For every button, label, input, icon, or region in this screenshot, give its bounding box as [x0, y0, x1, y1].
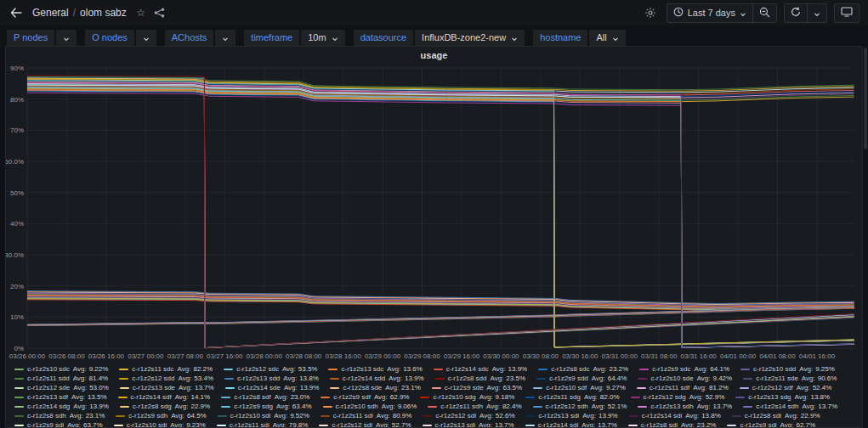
legend-item[interactable]: c-r1z2s12 sdcAvg:53.5%	[224, 364, 317, 374]
dashboard-settings-button[interactable]	[641, 3, 660, 22]
legend-item[interactable]: c-r1z2s9 sddAvg:64.4%	[536, 374, 627, 383]
legend-item[interactable]: c-r1z2s13 sdcAvg:13.6%	[328, 364, 422, 374]
legend-item[interactable]: c-r1z2s10 sdjAvg:9.23%	[114, 420, 206, 427]
variable-hostname-value[interactable]: All	[589, 30, 625, 46]
legend-item[interactable]: c-r1z2s8 sddAvg:23.5%	[435, 374, 525, 383]
breadcrumb-folder[interactable]: General	[32, 7, 69, 19]
refresh-interval-picker[interactable]	[807, 4, 826, 22]
legend-item[interactable]: c-r1z2s13 sdjAvg:13.7%	[423, 420, 514, 427]
zoom-out-time-button[interactable]	[752, 4, 776, 22]
variable-achosts-dropdown[interactable]	[215, 30, 235, 46]
kiosk-mode-button[interactable]	[834, 3, 859, 23]
legend-item[interactable]: c-r1z2s10 sdcAvg:9.22%	[14, 364, 108, 374]
avg-label: Avg:	[697, 402, 711, 411]
avg-value: 64.5%	[187, 411, 207, 420]
dashboard-title[interactable]: olom sabz	[80, 7, 127, 19]
legend-item[interactable]: c-r1z2s13 sdeAvg:13.7%	[120, 383, 214, 392]
legend-item[interactable]: c-r1z2s13 sdhAvg:13.7%	[638, 402, 732, 411]
avg-label: Avg:	[582, 420, 595, 427]
legend-item[interactable]: c-r1z2s8 sdeAvg:23.1%	[330, 383, 420, 392]
legend-item[interactable]: c-r1z2s12 sddAvg:53.4%	[119, 374, 213, 383]
usage-chart[interactable]: 03/26 00:0003/26 08:0003/26 16:0003/27 0…	[6, 64, 862, 363]
legend-item[interactable]: c-r1z2s12 sdeAvg:53.0%	[14, 383, 109, 392]
back-button[interactable]	[7, 3, 26, 22]
legend-item[interactable]: c-r1z2s11 sdfAvg:81.2%	[637, 383, 729, 392]
legend-item[interactable]: c-r1z2s10 sdfAvg:9.27%	[533, 383, 626, 392]
legend-item[interactable]: c-r1z2s8 sdgAvg:22.9%	[120, 402, 210, 411]
legend-item[interactable]: c-r1z2s14 sdgAvg:13.9%	[14, 402, 109, 411]
avg-label: Avg:	[592, 402, 605, 411]
avg-label: Avg:	[170, 420, 184, 427]
legend-item[interactable]: c-r1z2s11 sdiAvg:80.9%	[321, 411, 412, 420]
legend-item[interactable]: c-r1z2s9 sdeAvg:63.5%	[432, 383, 522, 392]
legend-item[interactable]: c-r1z2s14 sdiAvg:13.8%	[629, 411, 721, 420]
legend-item[interactable]: c-r1z2s13 sddAvg:13.8%	[224, 374, 319, 383]
legend-item[interactable]: c-r1z2s12 sdjAvg:52.7%	[319, 420, 411, 427]
legend-item[interactable]: c-r1z2s13 sdgAvg:13.8%	[735, 392, 830, 402]
panel-title[interactable]: usage	[6, 47, 862, 64]
variable-datasource-value[interactable]: InfluxDB-zone2-new	[415, 30, 525, 46]
variable-achosts[interactable]: AChosts	[165, 30, 214, 46]
series-name: c-r1z2s8 sdj	[641, 420, 678, 427]
legend-item[interactable]: c-r1z2s12 sdiAvg:52.6%	[423, 411, 514, 420]
variable-timeframe-value[interactable]: 10m	[301, 30, 344, 46]
legend-item[interactable]: c-r1z2s11 sdeAvg:90.6%	[743, 374, 837, 383]
variable-o-nodes[interactable]: O nodes	[85, 30, 134, 46]
legend-item[interactable]: c-r1z2s9 sdhAvg:64.5%	[116, 411, 206, 420]
series-color-swatch	[218, 415, 227, 417]
legend-item[interactable]: c-r1z2s10 sdhAvg:9.06%	[323, 402, 417, 411]
share-icon	[154, 8, 165, 18]
legend-item[interactable]: c-r1z2s9 sdgAvg:63.4%	[221, 402, 311, 411]
legend-item[interactable]: c-r1z2s11 sdjAvg:79.8%	[217, 420, 309, 427]
legend-item[interactable]: c-r1z2s14 sdjAvg:13.7%	[525, 420, 617, 427]
series-name: c-r1z2s10 sdc	[27, 364, 70, 374]
legend-item[interactable]: c-r1z2s14 sdhAvg:13.7%	[743, 402, 837, 411]
legend-item[interactable]: c-r1z2s8 sdjAvg:23.2%	[628, 420, 717, 427]
legend-item[interactable]: c-r1z2s10 sdeAvg:9.42%	[638, 374, 732, 383]
legend-item[interactable]: c-r1z2s9 sdiAvg:63.7%	[14, 420, 103, 427]
legend-item[interactable]: c-r1z2s10 sddAvg:9.25%	[740, 364, 835, 374]
legend-item[interactable]: c-r1z2s12 sdfAvg:52.4%	[740, 383, 832, 392]
legend-item[interactable]: c-r1z2s11 sdgAvg:82.0%	[525, 392, 619, 402]
avg-label: Avg:	[590, 383, 604, 392]
legend-item[interactable]: c-r1z2s13 sdiAvg:13.9%	[526, 411, 618, 420]
avg-label: Avg:	[385, 383, 399, 392]
legend-item[interactable]: c-r1z2s14 sdfAvg:14.1%	[118, 392, 211, 402]
legend-item[interactable]: c-r1z2s8 sdiAvg:22.9%	[732, 411, 820, 420]
star-dashboard-button[interactable]: ☆	[132, 3, 150, 22]
page-scrollbar[interactable]	[864, 48, 867, 149]
legend-item[interactable]: c-r1z2s8 sdhAvg:23.1%	[14, 411, 105, 420]
legend-item[interactable]: c-r1z2s8 sdcAvg:23.2%	[538, 364, 628, 374]
svg-text:03/29 08:00: 03/29 08:00	[404, 352, 440, 360]
legend-item[interactable]: c-r1z2s14 sddAvg:13.9%	[330, 374, 424, 383]
legend-item[interactable]: c-r1z2s13 sdfAvg:13.5%	[14, 392, 107, 402]
breadcrumb: General / olom sabz	[32, 7, 127, 19]
legend-item[interactable]: c-r1z2s10 sdgAvg:9.18%	[420, 392, 514, 402]
variable-o-nodes-dropdown[interactable]	[136, 30, 156, 46]
time-range-picker[interactable]: Last 7 days	[667, 4, 752, 22]
legend-item[interactable]: c-r1z2s9 sdfAvg:62.9%	[321, 392, 409, 402]
legend-item[interactable]: c-r1z2s12 sdgAvg:52.9%	[631, 392, 725, 402]
avg-value: 52.9%	[706, 392, 725, 402]
legend-item[interactable]: c-r1z2s8 sdfAvg:23.0%	[221, 392, 309, 402]
series-color-swatch	[323, 406, 332, 408]
variable-p-nodes-dropdown[interactable]	[56, 30, 77, 46]
legend-item[interactable]: c-r1z2s11 sdcAvg:82.2%	[119, 364, 213, 374]
series-name: c-r1z2s8 sdc	[551, 364, 589, 374]
svg-text:03/30 08:00: 03/30 08:00	[523, 352, 559, 360]
legend-item[interactable]: c-r1z2s11 sddAvg:81.4%	[14, 374, 108, 383]
legend-item[interactable]: c-r1z2s9 sdjAvg:62.7%	[727, 420, 815, 427]
variable-p-nodes[interactable]: P nodes	[7, 30, 54, 46]
legend-item[interactable]: c-r1z2s12 sdhAvg:52.1%	[533, 402, 627, 411]
series-name: c-r1z2s11 sdf	[650, 383, 689, 392]
avg-value: 9.06%	[398, 402, 417, 411]
legend-item[interactable]: c-r1z2s14 sdcAvg:13.9%	[434, 364, 527, 374]
legend-item[interactable]: c-r1z2s9 sdcAvg:64.1%	[639, 364, 729, 374]
legend-item[interactable]: c-r1z2s11 sdhAvg:82.4%	[428, 402, 521, 411]
share-dashboard-button[interactable]	[150, 3, 169, 22]
refresh-button[interactable]	[785, 4, 807, 22]
legend-item[interactable]: c-r1z2s14 sdeAvg:13.9%	[225, 383, 320, 392]
legend-item[interactable]: c-r1z2s10 sdiAvg:9.52%	[218, 411, 309, 420]
usage-panel: usage 03/26 00:0003/26 08:0003/26 16:000…	[5, 46, 863, 428]
series-name: c-r1z2s9 sdh	[128, 411, 167, 420]
